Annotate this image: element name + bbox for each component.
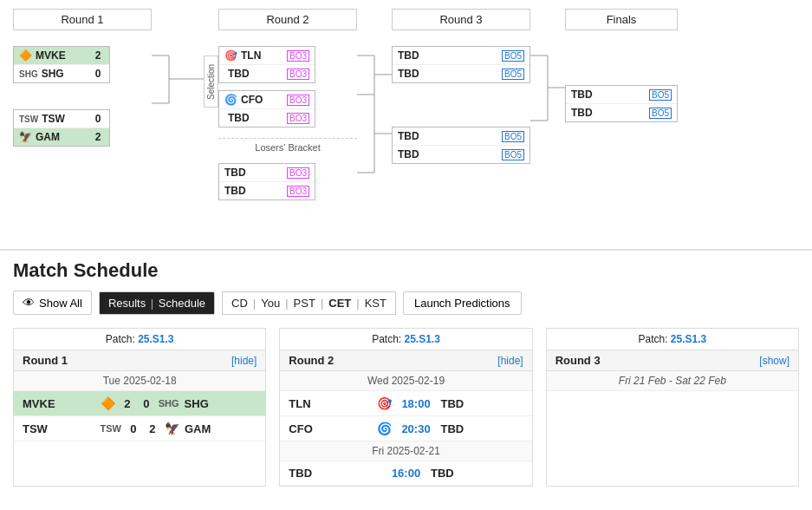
schedule-match-row[interactable]: CFO 🌀 20:30 TBD [280,416,531,441]
tz-kst[interactable]: KST [365,297,387,310]
schedule-match-row[interactable]: TBD 16:00 TBD [280,461,531,486]
team-name: SHG [42,68,88,80]
team-name: TBD [398,130,498,142]
date-row-2b: Fri 2025-02-21 [280,441,531,461]
patch-value-3: 25.S1.3 [671,333,706,345]
r2-match3-row: TBD BO3 TBD BO3 [218,163,357,200]
score-right: 2 [146,422,159,435]
round1-header: Round 1 [13,9,152,30]
finals-column: Finals TBD BO5 TBD BO5 [565,9,678,122]
team-name-right: TBD [441,397,523,410]
tz-pst[interactable]: PST [294,297,315,310]
tz-cd[interactable]: CD [231,297,248,310]
format-badge: BO3 [287,50,309,62]
round-label-2: Round 2 [289,354,334,367]
schedule-controls: 👁 Show All Results | Schedule CD | You |… [13,291,799,315]
team-name-left: TLN [289,397,371,410]
team-score: 0 [92,68,104,80]
match-time: 16:00 [387,467,425,480]
match-time: 18:00 [397,397,436,410]
team-name: TBD [228,68,283,80]
team-score: 0 [92,113,104,125]
team-name-left: MVKE [23,397,95,410]
r1-match2[interactable]: TSW TSW 0 🦅 GAM 2 [13,109,110,147]
team-name-right: GAM [185,422,257,435]
team-name-right: SHG [185,397,257,410]
schedule-col-round1: Patch: 25.S1.3 Round 1 [hide] Tue 2025-0… [13,328,266,487]
team-name: TSW [42,113,88,125]
schedule-match-row[interactable]: MVKE 🔶 2 0 SHG SHG [14,391,265,416]
round1-column: Round 1 🔶 MVKE 2 SHG SHG 0 [13,9,152,147]
patch-label-1: Patch: 25.S1.3 [14,329,265,350]
team-icon: 🔶 [19,49,32,62]
team-icon: TSW [19,114,38,124]
format-badge: BO3 [287,69,309,80]
format-badge: BO5 [649,108,672,119]
team-name: GAM [36,131,88,143]
team-icon: 🦅 [19,131,32,143]
format-badge: BO5 [649,89,672,101]
r1-r2-connector: Selection [152,38,218,125]
launch-predictions-button[interactable]: Launch Predictions [403,291,522,315]
format-badge: BO3 [287,113,309,124]
round-label-row-2: Round 2 [hide] [280,350,531,371]
r2-match1[interactable]: 🎯 TLN BO3 TBD BO3 [218,46,315,83]
team-name: TBD [224,167,283,179]
eye-icon: 👁 [23,296,35,310]
round3-header: Round 3 [392,9,530,30]
date-range-3: Fri 21 Feb - Sat 22 Feb [547,371,798,391]
team-icon-right: 🦅 [165,422,179,435]
round3-column: Round 3 TBD BO5 TBD BO5 [392,9,530,164]
show-all-label: Show All [39,297,82,310]
team-name: TBD [398,49,498,62]
team-icon: 🌀 [224,94,237,106]
team-name: CFO [241,94,283,106]
finals-match[interactable]: TBD BO5 TBD BO5 [565,85,678,122]
results-schedule-button[interactable]: Results | Schedule [99,291,215,315]
schedule-match-row[interactable]: TLN 🎯 18:00 TBD [280,391,531,416]
r2-match3[interactable]: TBD BO3 TBD BO3 [218,163,315,200]
hide-link-2[interactable]: [hide] [497,355,523,367]
team-name: TBD [398,148,498,160]
tz-cet[interactable]: CET [328,297,351,310]
results-label: Results [108,297,146,310]
r3-match1[interactable]: TBD BO5 TBD BO5 [392,46,530,83]
patch-label-3: Patch: 25.S1.3 [547,329,798,350]
hide-link-1[interactable]: [hide] [231,355,257,367]
r2-match2-row: 🌀 CFO BO3 TBD BO3 [218,90,357,128]
team-name-right: TBD [441,422,523,435]
timezone-group: CD | You | PST | CET | KST [222,291,396,315]
schedule-section: Match Schedule 👁 Show All Results | Sche… [0,249,812,495]
round-label-1: Round 1 [23,354,68,367]
date-row-2a: Wed 2025-02-19 [280,371,531,391]
show-all-button[interactable]: 👁 Show All [13,291,92,315]
team-score: 2 [92,131,104,143]
patch-label-2: Patch: 25.S1.3 [280,329,531,350]
team-icon-left: 🔶 [101,396,115,410]
r2-match2[interactable]: 🌀 CFO BO3 TBD BO3 [218,90,315,128]
format-badge: BO3 [287,186,309,197]
round-label-row-1: Round 1 [hide] [14,350,265,371]
losers-bracket-label: Losers' Bracket [218,138,357,156]
schedule-match-row[interactable]: TSW TSW 0 2 🦅 GAM [14,416,265,441]
team-name-left: CFO [289,422,371,435]
team-name: TLN [241,49,283,62]
schedule-col-round2: Patch: 25.S1.3 Round 2 [hide] Wed 2025-0… [279,328,532,487]
schedule-grid: Patch: 25.S1.3 Round 1 [hide] Tue 2025-0… [13,328,799,487]
tz-you[interactable]: You [261,297,280,310]
bracket-area: Round 1 🔶 MVKE 2 SHG SHG 0 [13,9,799,232]
format-badge: BO3 [287,167,309,179]
schedule-col-round3: Patch: 25.S1.3 Round 3 [show] Fri 21 Feb… [546,328,799,487]
round2-column: Round 2 🎯 TLN BO3 TBD [218,9,357,200]
r3-match2[interactable]: TBD BO5 TBD BO5 [392,127,530,164]
team-icon-left: TSW [100,423,120,434]
score-left: 2 [120,397,134,410]
team-name: TBD [398,68,498,80]
format-badge: BO5 [502,50,524,62]
round-label-3: Round 3 [555,354,601,367]
team-icon-left: 🎯 [377,396,392,410]
r2-r3-connector [357,38,392,232]
r1-match1[interactable]: 🔶 MVKE 2 SHG SHG 0 [13,46,110,83]
show-link-3[interactable]: [show] [759,355,789,367]
date-row-1: Tue 2025-02-18 [14,371,265,391]
